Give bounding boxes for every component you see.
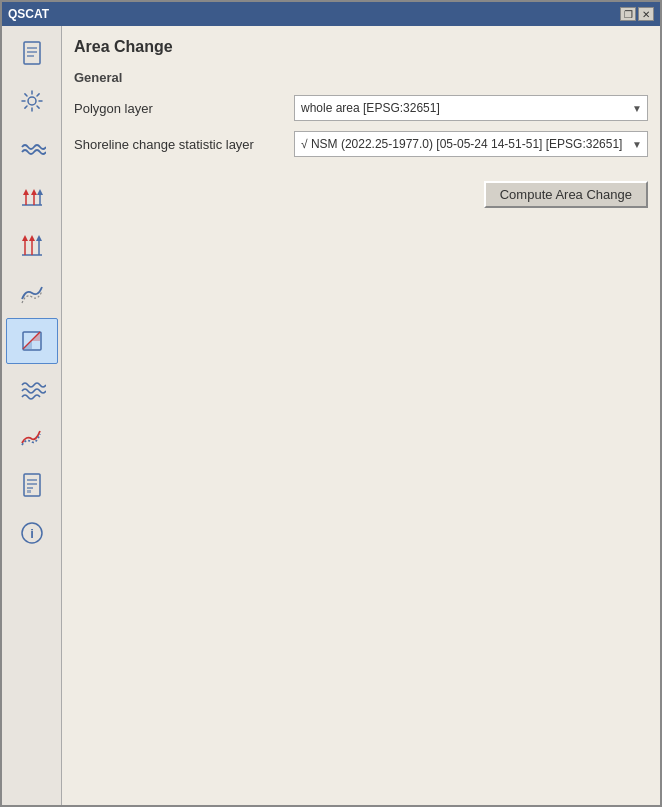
shorelines-icon xyxy=(16,277,48,309)
polygon-layer-label: Polygon layer xyxy=(74,101,294,116)
polygon-layer-group: Polygon layer whole area [EPSG:32651] ▼ xyxy=(74,95,648,121)
polygon-layer-select[interactable]: whole area [EPSG:32651] xyxy=(294,95,648,121)
svg-rect-0 xyxy=(24,42,40,64)
button-row: Compute Area Change xyxy=(74,181,648,208)
shoreline-layer-select-wrapper: √ NSM (2022.25-1977.0) [05-05-24 14-51-5… xyxy=(294,131,648,157)
page-title: Area Change xyxy=(74,38,648,56)
svg-marker-16 xyxy=(29,235,35,241)
report-icon xyxy=(16,469,48,501)
sidebar-item-info[interactable]: i xyxy=(6,510,58,556)
shoreline-layer-group: Shoreline change statistic layer √ NSM (… xyxy=(74,131,648,157)
compute-area-change-button[interactable]: Compute Area Change xyxy=(484,181,648,208)
titlebar: QSCAT ❐ ✕ xyxy=(2,2,660,26)
main-panel: Area Change General Polygon layer whole … xyxy=(62,26,660,805)
info-icon: i xyxy=(16,517,48,549)
sidebar-item-stats[interactable] xyxy=(6,414,58,460)
svg-marker-7 xyxy=(23,189,29,195)
window-body: i Area Change General Polygon layer whol… xyxy=(2,26,660,805)
waves-icon xyxy=(16,133,48,165)
close-button[interactable]: ✕ xyxy=(638,7,654,21)
baseline-icon xyxy=(16,181,48,213)
svg-marker-9 xyxy=(31,189,37,195)
main-window: QSCAT ❐ ✕ xyxy=(0,0,662,807)
window-title: QSCAT xyxy=(8,7,49,21)
titlebar-buttons: ❐ ✕ xyxy=(620,7,654,21)
svg-marker-11 xyxy=(37,189,43,195)
sidebar-item-waves[interactable] xyxy=(6,126,58,172)
svg-marker-18 xyxy=(36,235,42,241)
extra-waves-icon xyxy=(16,373,48,405)
svg-point-4 xyxy=(28,97,36,105)
restore-button[interactable]: ❐ xyxy=(620,7,636,21)
polygon-layer-select-wrapper: whole area [EPSG:32651] ▼ xyxy=(294,95,648,121)
svg-marker-14 xyxy=(22,235,28,241)
svg-rect-24 xyxy=(27,490,31,493)
sidebar: i xyxy=(2,26,62,805)
section-header: General xyxy=(74,70,648,85)
sidebar-item-baseline[interactable] xyxy=(6,174,58,220)
sidebar-item-settings[interactable] xyxy=(6,78,58,124)
gear-icon xyxy=(16,85,48,117)
sidebar-item-report[interactable] xyxy=(6,462,58,508)
sidebar-item-area-change[interactable] xyxy=(6,318,58,364)
shoreline-layer-label: Shoreline change statistic layer xyxy=(74,137,294,152)
sidebar-item-extra-waves[interactable] xyxy=(6,366,58,412)
transects-icon xyxy=(16,229,48,261)
doc-icon xyxy=(16,37,48,69)
sidebar-item-shorelines[interactable] xyxy=(6,270,58,316)
area-icon xyxy=(16,325,48,357)
sidebar-item-transects[interactable] xyxy=(6,222,58,268)
svg-rect-20 xyxy=(24,474,40,496)
shoreline-layer-select[interactable]: √ NSM (2022.25-1977.0) [05-05-24 14-51-5… xyxy=(294,131,648,157)
stats-icon xyxy=(16,421,48,453)
svg-text:i: i xyxy=(30,526,34,541)
sidebar-item-documents[interactable] xyxy=(6,30,58,76)
